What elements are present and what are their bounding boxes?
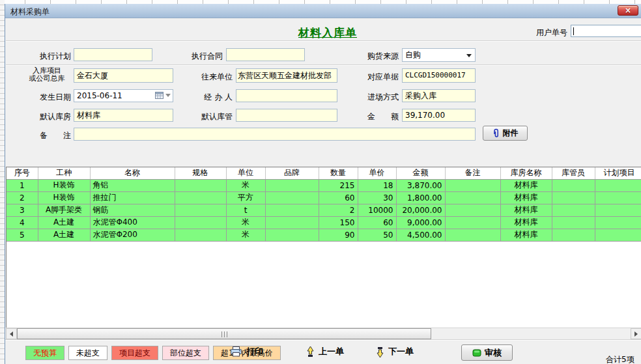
- table-cell: [445, 216, 500, 229]
- table-cell: 2: [7, 191, 38, 204]
- paperclip-icon: [492, 128, 500, 138]
- keeper-label: 默认库管: [188, 111, 233, 122]
- table-cell: t: [226, 204, 265, 216]
- user-order-label: 用户单号: [536, 27, 567, 38]
- table-cell: 钢筋: [90, 204, 175, 216]
- warehouse-input[interactable]: 材料库: [74, 109, 173, 122]
- horizontal-scrollbar[interactable]: [6, 328, 641, 339]
- print-button[interactable]: 打印: [230, 344, 263, 359]
- amount-input[interactable]: 39,170.00: [402, 109, 476, 122]
- table-cell: 平方: [226, 191, 265, 204]
- screen: 材料采购单 × 材料入库单 用户单号 执行计划 执行合同 购货来源 自购 入库项…: [0, 0, 641, 364]
- vendor-input[interactable]: 东营区天顺五金建材批发部: [236, 68, 337, 83]
- table-cell: H装饰: [38, 191, 90, 204]
- exec-plan-input[interactable]: [74, 48, 152, 61]
- table-cell: 5: [7, 229, 38, 241]
- keeper-input[interactable]: [236, 109, 337, 122]
- table-cell: 2: [319, 204, 358, 216]
- vendor-label: 往来单位: [188, 72, 233, 83]
- table-row[interactable]: 3A脚手架类钢筋t21000020,000.00材料库: [7, 204, 641, 216]
- hand-down-icon: [376, 346, 384, 357]
- table-cell: 材料库: [500, 204, 552, 216]
- separator: [6, 40, 641, 42]
- date-value: 2015-06-11: [77, 91, 122, 100]
- column-header[interactable]: 工种: [38, 167, 90, 179]
- column-header[interactable]: 计划项目: [595, 167, 641, 179]
- column-header[interactable]: 金额: [396, 167, 445, 179]
- attachment-button[interactable]: 附件: [483, 126, 528, 141]
- table-cell: 150: [319, 216, 358, 229]
- table-cell: [595, 229, 641, 241]
- purchase-source-select[interactable]: 自购: [402, 48, 476, 62]
- table-cell: [595, 179, 641, 191]
- table-row[interactable]: 1H装饰角铝米215183,870.00材料库: [7, 179, 641, 191]
- background-window-sliver-left: [0, 0, 5, 364]
- next-order-button[interactable]: 下一单: [376, 344, 414, 359]
- table-cell: 60: [358, 216, 396, 229]
- project-input[interactable]: 金石大厦: [74, 68, 173, 83]
- table-row[interactable]: 4A土建水泥管Φ400米150609,000.00材料库: [7, 216, 641, 229]
- table-cell: [175, 179, 226, 191]
- refdoc-input[interactable]: CLCGD150000017: [402, 68, 476, 83]
- close-icon: ×: [625, 7, 631, 14]
- remark-input[interactable]: [74, 128, 476, 141]
- warehouse-label: 默认库房: [27, 111, 71, 122]
- arrow-left-icon: [10, 331, 13, 337]
- grip-icon: [221, 331, 227, 337]
- column-header[interactable]: 品牌: [265, 167, 319, 179]
- column-header[interactable]: 库房名称: [500, 167, 552, 179]
- previous-order-button[interactable]: 上一单: [306, 344, 344, 359]
- table-cell: 米: [226, 216, 265, 229]
- exec-contract-input[interactable]: [226, 48, 305, 61]
- table-cell: 材料库: [500, 229, 552, 241]
- table-row[interactable]: 5A土建水泥管Φ200米90504,500.00材料库: [7, 229, 641, 241]
- total-count-label: 合计5项: [606, 354, 634, 364]
- scroll-right-button[interactable]: [631, 328, 641, 339]
- table-cell: 9,000.00: [396, 216, 445, 229]
- remark-label: 备 注: [27, 130, 71, 141]
- table-cell: [265, 229, 319, 241]
- table-cell: A脚手架类: [38, 204, 90, 216]
- column-header[interactable]: 库管员: [552, 167, 595, 179]
- table-cell: [265, 179, 319, 191]
- table-cell: [552, 229, 595, 241]
- amount-label: 金 额: [354, 111, 399, 122]
- arrow-right-icon: [634, 331, 638, 337]
- table-cell: [445, 204, 500, 216]
- table-cell: 1: [7, 179, 38, 191]
- table-cell: [552, 216, 595, 229]
- table-cell: 215: [319, 179, 358, 191]
- table-cell: 材料库: [500, 179, 552, 191]
- green-square-icon: [472, 349, 481, 357]
- items-table: 序号工种名称规格单位品牌数量单价金额备注库房名称库管员计划项目 1H装饰角铝米2…: [7, 167, 641, 242]
- chevron-down-icon: [165, 94, 171, 97]
- table-cell: [265, 191, 319, 204]
- column-header[interactable]: 规格: [175, 167, 226, 179]
- exec-plan-label: 执行计划: [27, 51, 71, 62]
- column-header[interactable]: 单价: [358, 167, 396, 179]
- handler-input[interactable]: [236, 89, 337, 102]
- table-row[interactable]: 2H装饰推拉门平方60301,800.00材料库: [7, 191, 641, 204]
- date-picker[interactable]: 2015-06-11: [74, 89, 173, 102]
- table-cell: [445, 229, 500, 241]
- column-header[interactable]: 备注: [445, 167, 500, 179]
- entry-mode-input[interactable]: 采购入库: [402, 89, 476, 102]
- scroll-left-button[interactable]: [6, 328, 17, 339]
- column-header[interactable]: 名称: [90, 167, 175, 179]
- scrollbar-thumb[interactable]: [17, 328, 431, 339]
- table-cell: 米: [226, 179, 265, 191]
- table-cell: A土建: [38, 216, 90, 229]
- table-cell: [445, 179, 500, 191]
- table-cell: [552, 179, 595, 191]
- column-header[interactable]: 单位: [226, 167, 265, 179]
- table-cell: 60: [319, 191, 358, 204]
- column-header[interactable]: 数量: [319, 167, 358, 179]
- close-button[interactable]: ×: [618, 5, 638, 16]
- table-cell: 90: [319, 229, 358, 241]
- audit-button[interactable]: 审核: [461, 344, 513, 361]
- window-titlebar[interactable]: 材料采购单 ×: [5, 4, 641, 18]
- table-cell: A土建: [38, 229, 90, 241]
- user-order-input[interactable]: [571, 25, 641, 37]
- items-grid: 序号工种名称规格单位品牌数量单价金额备注库房名称库管员计划项目 1H装饰角铝米2…: [6, 167, 641, 331]
- column-header[interactable]: 序号: [7, 167, 38, 179]
